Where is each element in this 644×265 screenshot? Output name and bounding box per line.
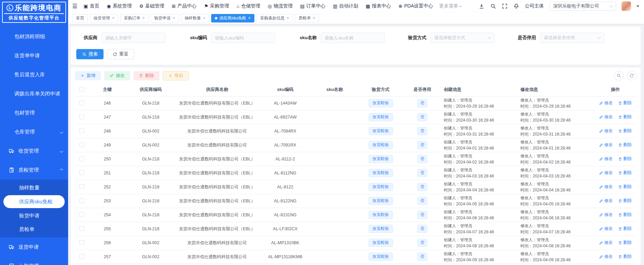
fullscreen-icon[interactable] — [502, 3, 508, 9]
row-delete-link[interactable]: 删除 — [618, 170, 632, 176]
row-delete-link[interactable]: 删除 — [618, 212, 632, 218]
filter-select[interactable]: 请选择验货方式 — [430, 33, 494, 43]
avatar-caret-icon[interactable] — [637, 5, 639, 7]
topbar-menu-item[interactable]: ▥ 自动计划 — [333, 3, 358, 9]
bell-icon[interactable] — [513, 3, 519, 9]
row-delete-link[interactable]: 删除 — [618, 198, 632, 204]
search-icon[interactable] — [490, 3, 496, 9]
topbar-menu-item[interactable]: ▣ 首页 — [83, 3, 99, 9]
sidebar-subitem-抽样数量[interactable]: 抽样数量 — [0, 181, 68, 194]
edit-button[interactable]: 修改 — [104, 71, 130, 80]
tab[interactable]: 采购条款信息 × — [256, 14, 293, 22]
row-checkbox[interactable] — [79, 128, 84, 133]
sidebar-item-送货单申请[interactable]: 送货单申请 — [0, 46, 68, 65]
row-checkbox[interactable] — [79, 114, 84, 119]
tab[interactable]: 抽样数量 × — [181, 14, 209, 22]
row-delete-link[interactable]: 删除 — [618, 114, 632, 120]
tab[interactable]: 供应商sku免检 × — [211, 14, 254, 22]
tab-close-icon[interactable]: × — [287, 16, 289, 20]
reset-button[interactable]: 重置 — [107, 49, 134, 59]
topbar-menu-item[interactable]: ⚙ 基础管理 — [139, 3, 164, 9]
tab-close-icon[interactable]: × — [173, 16, 175, 20]
row-edit-link[interactable]: 修改 — [599, 226, 613, 232]
row-delete-link[interactable]: 删除 — [618, 128, 632, 134]
company-select[interactable]: 深圳乐能电子有限公司 — [549, 2, 616, 11]
topbar-menu-item[interactable]: ◉ 系统管理 — [107, 3, 131, 9]
row-delete-link[interactable]: 删除 — [618, 240, 632, 246]
tab[interactable]: 验货申请 × — [151, 14, 179, 22]
tab-close-icon[interactable]: × — [112, 16, 114, 20]
refresh-table-button[interactable] — [627, 71, 637, 80]
row-delete-link[interactable]: 删除 — [618, 156, 632, 162]
sidebar-item-售后退货入库[interactable]: 售后退货入库 — [0, 65, 68, 84]
row-checkbox[interactable] — [79, 254, 84, 259]
select-all-checkbox[interactable] — [79, 87, 84, 92]
row-delete-link[interactable]: 删除 — [618, 184, 632, 190]
delete-button[interactable]: 删除 — [133, 71, 159, 80]
row-edit-link[interactable]: 修改 — [599, 170, 613, 176]
row-delete-link[interactable]: 删除 — [618, 142, 632, 148]
sidebar-item-收货管理[interactable]: 收货管理 — [0, 141, 68, 160]
tab[interactable]: 采购订单 × — [120, 14, 148, 22]
row-edit-link[interactable]: 修改 — [599, 100, 613, 106]
export-button[interactable]: 导出 — [163, 71, 189, 80]
topbar-menu-item[interactable]: ▤ 订单中心 — [300, 3, 325, 9]
sidebar-item-包材消耗明细[interactable]: 包材消耗明细 — [0, 27, 68, 46]
topbar-menu-item[interactable]: ⊞ 产品中心 — [172, 3, 197, 9]
row-delete-link[interactable]: 删除 — [618, 254, 632, 260]
row-delete-link[interactable]: 删除 — [618, 100, 632, 106]
tab-close-icon[interactable]: × — [142, 16, 145, 20]
more-menu-dropdown[interactable]: 更多菜单 — [439, 3, 461, 9]
row-edit-link[interactable]: 修改 — [599, 156, 613, 162]
add-button[interactable]: 新增 — [75, 71, 101, 80]
tab-close-icon[interactable]: × — [248, 16, 251, 20]
tab-close-icon[interactable]: × — [313, 16, 315, 20]
topbar-menu-item[interactable]: ⌂ 仓储管理 — [237, 3, 260, 9]
filter-input[interactable] — [101, 33, 166, 43]
row-edit-link[interactable]: 修改 — [599, 212, 613, 218]
row-checkbox[interactable] — [79, 184, 84, 189]
sidebar-item-调拨出库单关闭申请[interactable]: 调拨出库单关闭申请 — [0, 84, 68, 103]
sidebar-item-仓库管理[interactable]: 仓库管理 — [0, 122, 68, 141]
disabled-flag-badge: 否 — [417, 127, 427, 135]
row-checkbox[interactable] — [79, 212, 84, 217]
row-edit-link[interactable]: 修改 — [599, 114, 613, 120]
filter-select[interactable]: 请选择是否停用 — [540, 33, 604, 43]
row-edit-link[interactable]: 修改 — [599, 254, 613, 260]
row-checkbox[interactable] — [79, 240, 84, 245]
sidebar-item-上架管理[interactable]: 上架管理 — [0, 256, 68, 265]
sidebar-item-包材管理[interactable]: 包材管理 — [0, 103, 68, 122]
tab-close-icon[interactable]: × — [203, 16, 205, 20]
row-edit-link[interactable]: 修改 — [599, 184, 613, 190]
row-edit-link[interactable]: 修改 — [599, 142, 613, 148]
sidebar-item-质检管理[interactable]: 质检管理 — [0, 160, 68, 180]
avatar[interactable] — [622, 1, 631, 11]
download-icon[interactable] — [478, 3, 485, 9]
search-button[interactable]: 搜索 — [76, 49, 104, 59]
row-checkbox[interactable] — [79, 198, 84, 203]
topbar-menu-item[interactable]: ⚑ 采购管理 — [204, 3, 229, 9]
row-checkbox[interactable] — [79, 170, 84, 175]
sidebar-item-送货申请[interactable]: 送货申请 — [0, 237, 68, 256]
filter-input[interactable] — [321, 33, 385, 43]
topbar-menu-item[interactable]: ◎ 物流管理 — [268, 3, 293, 9]
sidebar-collapse-icon[interactable]: ☰ — [72, 3, 77, 10]
row-edit-link[interactable]: 修改 — [599, 198, 613, 204]
tab[interactable]: 质检单 × — [295, 14, 319, 22]
row-checkbox[interactable] — [79, 142, 84, 147]
filter-input[interactable] — [211, 33, 275, 43]
tab[interactable]: 首页 — [72, 14, 88, 22]
topbar-menu-item[interactable]: ⊕ PDA设置中心 — [398, 3, 433, 9]
sidebar-subitem-供应商sku免检[interactable]: 供应商sku免检 — [3, 195, 65, 208]
sidebar-subitem-验货申请[interactable]: 验货申请 — [0, 209, 68, 222]
column-search-button[interactable] — [614, 71, 624, 80]
sidebar-subitem-质检单[interactable]: 质检单 — [0, 222, 68, 236]
row-edit-link[interactable]: 修改 — [599, 128, 613, 134]
row-delete-link[interactable]: 删除 — [618, 226, 632, 232]
topbar-menu-item[interactable]: ▦ 报表中心 — [366, 3, 391, 9]
row-checkbox[interactable] — [79, 100, 84, 105]
row-edit-link[interactable]: 修改 — [599, 240, 613, 246]
tab[interactable]: 收货管理 × — [90, 14, 118, 22]
row-checkbox[interactable] — [79, 156, 84, 161]
row-checkbox[interactable] — [79, 226, 84, 231]
